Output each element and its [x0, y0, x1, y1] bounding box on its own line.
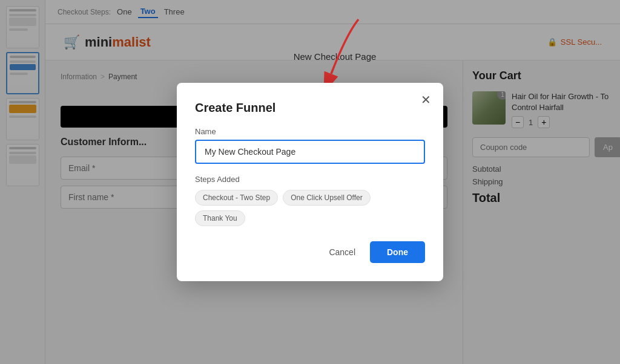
modal-overlay: New Checkout Page Create Funnel ✕ Name S… [0, 0, 620, 364]
funnel-name-input[interactable] [195, 140, 425, 164]
step-tag-upsell: One Click Upsell Offer [283, 190, 370, 206]
close-button[interactable]: ✕ [421, 94, 431, 106]
step-tag-thankyou: Thank You [195, 210, 245, 226]
create-funnel-modal: Create Funnel ✕ Name Steps Added Checkou… [177, 83, 443, 281]
done-button[interactable]: Done [370, 241, 425, 263]
red-arrow [310, 16, 383, 83]
steps-added-label: Steps Added [195, 175, 425, 184]
modal-name-section: Name [195, 127, 425, 175]
name-label: Name [195, 127, 425, 136]
annotation-text: New Checkout Page [294, 51, 377, 62]
steps-tags: Checkout - Two Step One Click Upsell Off… [195, 190, 425, 226]
step-tag-checkout: Checkout - Two Step [195, 190, 278, 206]
modal-title: Create Funnel [195, 101, 425, 115]
cancel-button[interactable]: Cancel [322, 242, 363, 262]
modal-actions: Cancel Done [195, 241, 425, 263]
